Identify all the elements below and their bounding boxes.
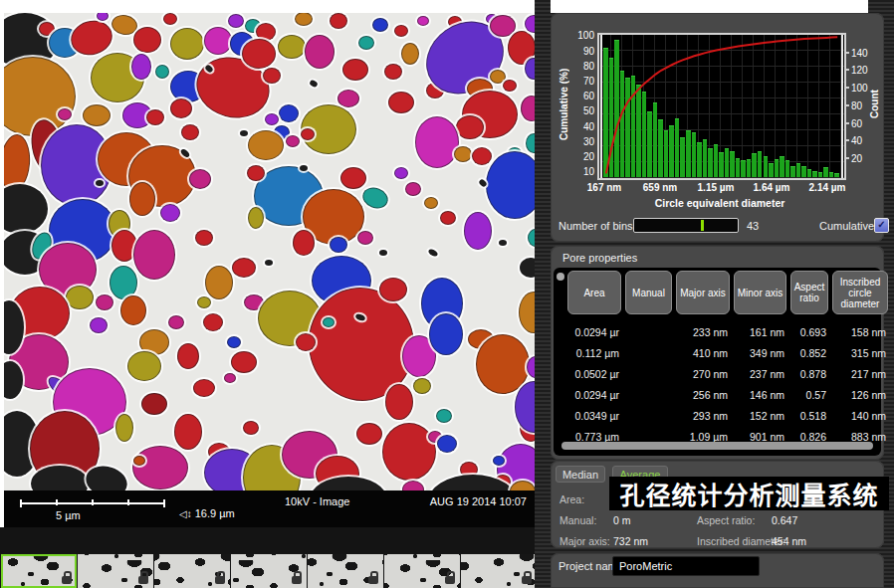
pore-blob[interactable] xyxy=(240,130,248,136)
image-thumbnail[interactable] xyxy=(1,554,77,588)
pore-blob[interactable] xyxy=(160,204,180,222)
pore-blob[interactable] xyxy=(120,295,146,325)
pore-blob[interactable] xyxy=(96,294,113,310)
range-selector-left[interactable] xyxy=(600,35,602,178)
range-selector-right[interactable] xyxy=(841,35,843,178)
pore-blob[interactable] xyxy=(155,65,169,79)
pore-blob[interactable] xyxy=(305,35,335,69)
pore-blob[interactable] xyxy=(4,184,48,234)
pore-blob[interactable] xyxy=(379,250,387,256)
pore-blob[interactable] xyxy=(525,15,535,33)
pore-blob[interactable] xyxy=(265,113,279,125)
table-row[interactable]: 0.0349 µr293 nm152 nm0.518140 nm xyxy=(554,406,881,427)
pore-blob[interactable] xyxy=(413,378,431,394)
pore-blob[interactable] xyxy=(83,104,111,126)
pore-blob[interactable] xyxy=(232,258,256,278)
pore-blob[interactable] xyxy=(278,35,306,59)
pore-blob[interactable] xyxy=(337,90,359,107)
pore-blob[interactable] xyxy=(300,165,308,171)
pore-blob[interactable] xyxy=(401,43,419,65)
pore-blob[interactable] xyxy=(295,13,313,26)
pore-blob[interactable] xyxy=(394,25,408,37)
pore-blob[interactable] xyxy=(394,167,408,179)
pore-blob[interactable] xyxy=(170,28,204,60)
pore-blob[interactable] xyxy=(526,133,535,153)
column-header-inscribed-circle-diameter[interactable]: Inscribed circle diameter xyxy=(832,271,888,314)
pore-blob[interactable] xyxy=(356,423,382,445)
pore-blob[interactable] xyxy=(293,230,315,256)
pore-blob[interactable] xyxy=(358,36,374,50)
column-header-minor-axis[interactable]: Minor axis xyxy=(734,271,786,314)
pore-blob[interactable] xyxy=(296,333,316,351)
tab-median[interactable]: Median xyxy=(556,466,605,483)
pore-blob[interactable] xyxy=(163,13,177,25)
pore-blob[interactable] xyxy=(243,421,259,435)
pore-blob[interactable] xyxy=(384,64,402,80)
pore-blob[interactable] xyxy=(372,18,388,32)
project-name-input[interactable]: PoroMetric xyxy=(612,556,760,576)
column-header-aspect-ratio[interactable]: Aspect ratio xyxy=(790,271,828,314)
pore-blob[interactable] xyxy=(330,13,347,29)
pore-blob[interactable] xyxy=(170,98,192,118)
horizontal-scrollbar[interactable] xyxy=(561,442,873,450)
pore-blob[interactable] xyxy=(525,58,535,80)
image-thumbnail[interactable] xyxy=(78,554,153,588)
pore-blob[interactable] xyxy=(323,317,335,327)
image-thumbnail[interactable] xyxy=(461,554,537,588)
pore-blob[interactable] xyxy=(58,108,72,120)
pore-blob[interactable] xyxy=(141,393,167,415)
pore-blob[interactable] xyxy=(440,211,456,225)
pore-blob[interactable] xyxy=(110,266,137,299)
pore-blob[interactable] xyxy=(472,147,492,165)
pore-blob[interactable] xyxy=(436,409,452,423)
pore-blob[interactable] xyxy=(195,230,213,246)
pore-blob[interactable] xyxy=(189,169,211,189)
pore-blob[interactable] xyxy=(193,379,215,397)
pore-blob[interactable] xyxy=(499,240,507,246)
pore-blob[interactable] xyxy=(429,313,463,355)
pore-blob[interactable] xyxy=(115,414,133,442)
pore-blob[interactable] xyxy=(248,207,264,229)
pore-blob[interactable] xyxy=(359,184,390,212)
pore-blob[interactable] xyxy=(486,151,535,219)
pore-blob[interactable] xyxy=(286,135,300,147)
pore-blob[interactable] xyxy=(382,423,436,481)
pore-blob[interactable] xyxy=(388,92,414,113)
pore-blob[interactable] xyxy=(417,16,429,26)
pore-blob[interactable] xyxy=(357,231,373,245)
number-of-bins-slider[interactable] xyxy=(633,218,739,233)
pore-blob[interactable] xyxy=(66,286,94,309)
pore-blob[interactable] xyxy=(379,278,407,301)
sem-image-viewport[interactable]: 5 µm ◁↕16.9 µm 10kV - Image AUG 19 2014 … xyxy=(4,13,535,527)
pore-blob[interactable] xyxy=(132,446,188,490)
slider-handle[interactable] xyxy=(701,220,704,231)
pore-blob[interactable] xyxy=(528,229,535,247)
table-row[interactable]: 0.0294 µr256 nm146 nm0.57126 nm xyxy=(554,385,881,406)
pore-blob[interactable] xyxy=(503,80,517,92)
pore-blob[interactable] xyxy=(415,116,459,168)
pore-blob[interactable] xyxy=(228,14,244,28)
pore-blob[interactable] xyxy=(519,292,535,333)
image-thumbnail[interactable] xyxy=(154,554,230,588)
pore-blob[interactable] xyxy=(301,128,315,140)
pore-blob[interactable] xyxy=(340,167,366,189)
pore-blob[interactable] xyxy=(454,146,472,162)
pore-blob[interactable] xyxy=(131,54,151,80)
pore-blob[interactable] xyxy=(203,313,223,331)
pore-field[interactable] xyxy=(4,13,535,490)
pore-blob[interactable] xyxy=(520,258,535,278)
table-row[interactable]: 0.0502 µr270 nm237 nm0.878217 nm xyxy=(554,364,881,385)
pore-blob[interactable] xyxy=(129,182,155,216)
cumulative-checkbox[interactable]: ✓ xyxy=(874,218,889,233)
pore-blob[interactable] xyxy=(521,96,535,121)
table-row[interactable]: 0.112 µm410 nm349 nm0.852315 nm xyxy=(554,343,881,364)
pore-blob[interactable] xyxy=(177,343,199,369)
image-thumbnail[interactable] xyxy=(384,554,460,588)
pore-blob[interactable] xyxy=(493,456,505,466)
image-thumbnail[interactable] xyxy=(308,554,383,588)
pore-blob[interactable] xyxy=(146,109,164,125)
pore-blob[interactable] xyxy=(224,373,236,383)
pore-blob[interactable] xyxy=(96,180,104,186)
pore-blob[interactable] xyxy=(247,165,265,181)
pore-blob[interactable] xyxy=(279,104,299,122)
